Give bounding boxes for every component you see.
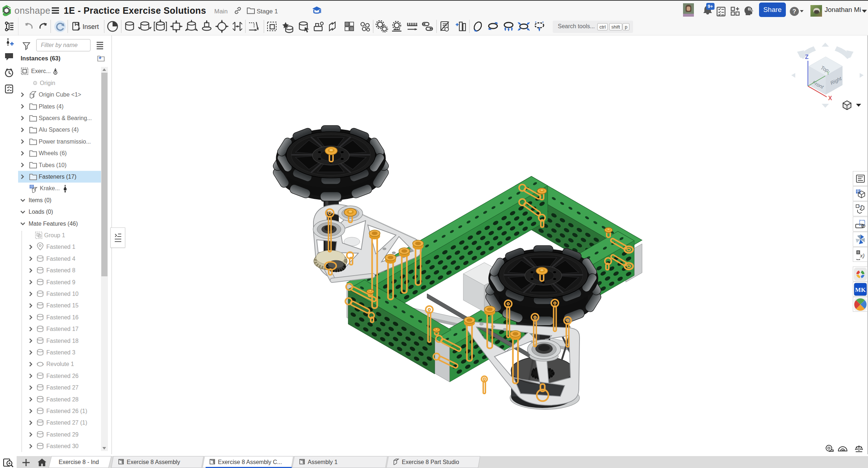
svg-text:Fastened 27 (1): Fastened 27 (1) (46, 420, 87, 426)
svg-text:Origin: Origin (40, 80, 55, 86)
svg-text:Instances (63): Instances (63) (21, 55, 60, 61)
svg-text:Fastened 10: Fastened 10 (46, 291, 79, 297)
svg-text:onshape: onshape (14, 5, 50, 16)
svg-text:Fastened 27: Fastened 27 (46, 384, 79, 391)
svg-text:Fastened 26 (1): Fastened 26 (1) (46, 408, 87, 414)
svg-text:Fastened 16: Fastened 16 (46, 314, 79, 320)
svg-text:Fastened 3: Fastened 3 (46, 349, 75, 356)
svg-text:Tubes (10): Tubes (10) (39, 162, 67, 168)
svg-text:Fastened 26: Fastened 26 (46, 373, 79, 379)
svg-text:X: X (828, 95, 832, 101)
svg-text:Krake...: Krake... (40, 185, 60, 191)
svg-text:Fastened 18: Fastened 18 (46, 338, 79, 344)
svg-text:Wheels (6): Wheels (6) (39, 150, 67, 156)
svg-text:Origin Cube <1>: Origin Cube <1> (39, 92, 81, 98)
svg-text:Fastened 29: Fastened 29 (46, 431, 79, 438)
svg-text:MK: MK (855, 286, 866, 293)
svg-text:Loads (0): Loads (0) (29, 209, 53, 215)
svg-text:Power transmissio...: Power transmissio... (39, 139, 91, 145)
svg-text:x): x) (860, 252, 865, 259)
svg-text:Spacers & Bearing...: Spacers & Bearing... (39, 115, 92, 121)
svg-text:Items (0): Items (0) (29, 197, 51, 203)
svg-text:Stage 1: Stage 1 (257, 8, 278, 15)
svg-text:Exerc...: Exerc... (31, 68, 51, 74)
svg-text:1E - Practice Exercise Solutio: 1E - Practice Exercise Solutions (64, 5, 206, 16)
svg-text:Fastened 4: Fastened 4 (46, 256, 75, 262)
svg-text:Fastened 28: Fastened 28 (46, 396, 79, 403)
svg-text:Fastened 17: Fastened 17 (46, 326, 79, 332)
svg-text:Group 1: Group 1 (44, 232, 65, 238)
svg-text:Fastened 8: Fastened 8 (46, 267, 75, 273)
svg-text:Main: Main (214, 8, 228, 15)
svg-text:Mate Features (46): Mate Features (46) (29, 221, 78, 227)
svg-text:Alu Spacers (4): Alu Spacers (4) (39, 127, 79, 133)
svg-text:Plates (4): Plates (4) (39, 103, 63, 110)
svg-text:Insert: Insert (83, 23, 99, 30)
svg-text:Z: Z (805, 54, 809, 60)
svg-text:Fastened 1: Fastened 1 (46, 244, 75, 250)
svg-text:Fastened 15: Fastened 15 (46, 302, 79, 309)
svg-text:Revolute 1: Revolute 1 (46, 361, 74, 367)
svg-text:Fasteners (17): Fasteners (17) (39, 174, 76, 180)
svg-text:Fastened 30: Fastened 30 (46, 443, 79, 449)
svg-text:Y: Y (826, 70, 830, 76)
svg-text:Fastened 9: Fastened 9 (46, 279, 75, 285)
